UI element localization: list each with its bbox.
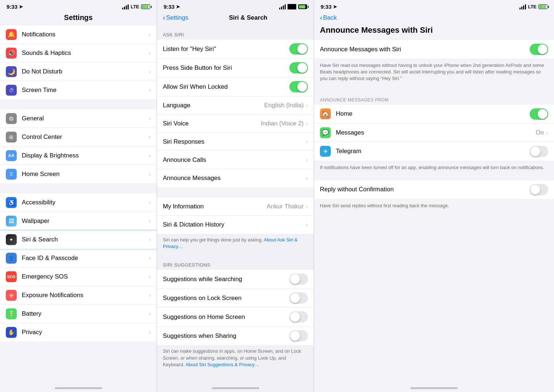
apps-footer: If notifications have been turned off fo… [314, 161, 554, 177]
notifications-chevron: › [149, 31, 151, 38]
row-accessibility[interactable]: ♿ Accessibility › [0, 193, 157, 212]
bar4-3 [525, 4, 526, 9]
bar3-3 [523, 5, 524, 9]
row-sounds[interactable]: 🔊 Sounds & Haptics › [0, 44, 157, 63]
row-siri[interactable]: ✦ Siri & Search › [0, 231, 157, 249]
signal-bars-2 [279, 4, 286, 9]
row-general[interactable]: ⚙ General › [0, 109, 157, 128]
main-toggle-group: Announce Messages with Siri [314, 40, 554, 59]
side-button-knob [297, 63, 307, 73]
battery-icon-row: 🔋 [6, 308, 17, 319]
screentime-chevron: › [149, 87, 151, 94]
row-notifications[interactable]: 🔔 Notifications › [0, 25, 157, 44]
ask-siri-group: Listen for "Hey Siri" Press Side Button … [157, 40, 314, 187]
side-button-toggle[interactable] [289, 62, 308, 73]
announce-description: Have Siri read out messages without havi… [314, 59, 554, 88]
row-home-app[interactable]: 🏠 Home [314, 105, 554, 124]
home-app-icon: 🏠 [320, 108, 331, 119]
siri-chevron: › [149, 236, 151, 243]
bar4 [128, 4, 129, 9]
lte-label-2: LTE [288, 4, 296, 9]
lte-label-3: LTE [528, 4, 537, 9]
row-exposure[interactable]: ☣ Exposure Notifications › [0, 286, 157, 305]
back-label-2: Settings [166, 14, 188, 21]
row-privacy[interactable]: ✋ Privacy › [0, 323, 157, 341]
row-allow-locked[interactable]: Allow Siri When Locked [157, 77, 314, 96]
home-app-label: Home [336, 110, 530, 117]
language-value: English (India) [264, 102, 304, 109]
row-emergency[interactable]: SOS Emergency SOS › [0, 268, 157, 286]
suggestions-searching-toggle[interactable] [289, 273, 308, 285]
siri-label: Siri & Search [22, 236, 149, 243]
notifications-label: Notifications [22, 31, 149, 38]
back-button-3[interactable]: ‹ Back [320, 13, 337, 22]
siri-voice-label: Siri Voice [163, 120, 261, 127]
bar1-3 [519, 8, 521, 9]
status-icons-2: LTE ⚡ [279, 4, 307, 9]
battery-chevron: › [149, 310, 151, 317]
siri-suggestions-link[interactable]: About Siri Suggestions & Privacy… [185, 362, 259, 367]
allow-locked-toggle[interactable] [289, 81, 308, 92]
announce-main-toggle[interactable] [530, 44, 548, 55]
row-announce-main[interactable]: Announce Messages with Siri [314, 40, 554, 59]
row-suggestions-searching[interactable]: Suggestions while Searching [157, 270, 314, 289]
exposure-chevron: › [149, 292, 151, 299]
exposure-icon: ☣ [6, 290, 17, 301]
display-chevron: › [149, 152, 151, 159]
row-battery[interactable]: 🔋 Battery › [0, 305, 157, 323]
back-chevron-3: ‹ [320, 13, 322, 22]
back-button-2[interactable]: ‹ Settings [163, 13, 188, 22]
settings-group-1: 🔔 Notifications › 🔊 Sounds & Haptics › 🌙… [0, 25, 157, 99]
home-app-toggle[interactable] [530, 108, 548, 120]
row-hey-siri[interactable]: Listen for "Hey Siri" [157, 40, 314, 59]
announce-from-group: 🏠 Home 💬 Messages On › ✈ Telegram [314, 105, 554, 161]
row-donotdisturb[interactable]: 🌙 Do Not Disturb › [0, 63, 157, 81]
reply-confirmation-toggle[interactable] [530, 184, 548, 195]
battery-bolt-2: ⚡ [301, 5, 305, 8]
sounds-label: Sounds & Haptics [22, 49, 149, 57]
announce-calls-label: Announce Calls [163, 156, 306, 164]
row-announce-calls[interactable]: Announce Calls › [157, 151, 314, 169]
reply-footer: Have Siri send replies without first rea… [314, 199, 554, 215]
row-display[interactable]: AA Display & Brightness › [0, 147, 157, 165]
home-indicator-1 [0, 381, 157, 392]
row-side-button[interactable]: Press Side Button for Siri [157, 59, 314, 77]
suggestions-homescreen-toggle[interactable] [289, 311, 308, 323]
screentime-label: Screen Time [22, 87, 149, 94]
row-dictation-history[interactable]: Siri & Dictation History › [157, 216, 314, 234]
status-bar-1: 9:33 ➤ LTE ⚡ [0, 0, 157, 12]
row-wallpaper[interactable]: 🖼 Wallpaper › [0, 212, 157, 231]
row-siri-voice[interactable]: Siri Voice Indian (Voice 2) › [157, 115, 314, 133]
hey-siri-toggle[interactable] [289, 43, 308, 55]
sounds-icon: 🔊 [6, 48, 17, 59]
row-my-info[interactable]: My Information Ankur Thakur › [157, 197, 314, 216]
telegram-app-icon: ✈ [320, 146, 331, 157]
row-suggestions-homescreen[interactable]: Suggestions on Home Screen [157, 308, 314, 327]
accessibility-chevron: › [149, 199, 151, 206]
row-suggestions-lockscreen[interactable]: Suggestions on Lock Screen [157, 289, 314, 308]
siri-suggestions-footer: Siri can make suggestions in apps, on Ho… [157, 345, 314, 374]
location-icon-3: ➤ [333, 4, 337, 9]
controlcenter-chevron: › [149, 133, 151, 141]
suggestions-sharing-toggle[interactable] [289, 330, 308, 341]
settings-group-2: ⚙ General › ⊞ Control Center › AA Displa… [0, 109, 157, 183]
row-announce-messages[interactable]: Announce Messages › [157, 169, 314, 187]
row-screentime[interactable]: ⏱ Screen Time › [0, 81, 157, 99]
suggestions-lockscreen-knob [290, 293, 300, 303]
my-info-chevron: › [306, 203, 308, 210]
ask-siri-link[interactable]: About Ask Siri & Privacy… [163, 237, 298, 249]
row-homescreen[interactable]: ⠿ Home Screen › [0, 165, 157, 183]
row-faceid[interactable]: 👤 Face ID & Passcode › [0, 249, 157, 268]
row-controlcenter[interactable]: ⊞ Control Center › [0, 128, 157, 147]
exposure-label: Exposure Notifications [22, 292, 149, 299]
telegram-toggle[interactable] [530, 146, 548, 157]
row-language[interactable]: Language English (India) › [157, 96, 314, 115]
settings-list: 🔔 Notifications › 🔊 Sounds & Haptics › 🌙… [0, 25, 157, 381]
row-suggestions-sharing[interactable]: Suggestions when Sharing [157, 327, 314, 345]
row-reply-confirmation[interactable]: Reply without Confirmation [314, 180, 554, 199]
row-siri-responses[interactable]: Siri Responses › [157, 133, 314, 151]
suggestions-homescreen-knob [290, 312, 300, 322]
suggestions-lockscreen-toggle[interactable] [289, 292, 308, 304]
row-telegram-app[interactable]: ✈ Telegram [314, 142, 554, 161]
row-messages-app[interactable]: 💬 Messages On › [314, 124, 554, 142]
